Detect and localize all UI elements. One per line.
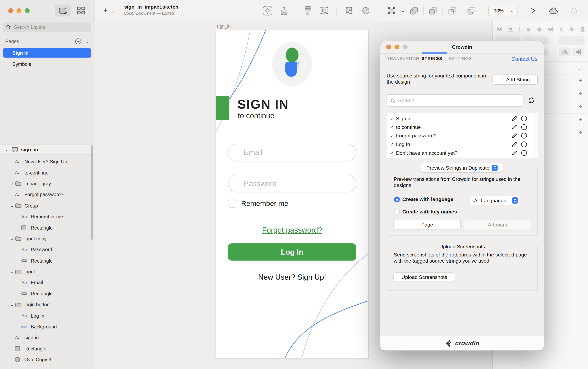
- preview-strings-in-duplicate-button[interactable]: Preview Strings in Duplicate: [421, 163, 503, 172]
- remember-me-row[interactable]: Remember me: [228, 199, 288, 208]
- string-info-button[interactable]: [521, 141, 527, 147]
- upload-screenshots-button[interactable]: Upload Screenshots: [394, 273, 455, 281]
- refresh-strings-button[interactable]: [528, 97, 535, 104]
- edit-string-button[interactable]: [511, 124, 517, 130]
- tab-strings[interactable]: STRINGS: [421, 56, 442, 61]
- all-languages-select[interactable]: All Languages: [470, 196, 519, 205]
- distribute-vertical-icon[interactable]: [507, 26, 513, 32]
- bell-icon[interactable]: [571, 7, 578, 14]
- play-icon[interactable]: [529, 7, 536, 14]
- insert-button[interactable]: + ⌄: [104, 4, 115, 17]
- tab-settings[interactable]: SETTINGS: [449, 56, 472, 61]
- zoom-level-select[interactable]: 90% ⌄: [488, 5, 517, 16]
- layer-row-background[interactable]: Background: [0, 321, 94, 332]
- zoom-window-button[interactable]: [25, 8, 30, 13]
- chevron-down-icon[interactable]: ⌄: [9, 203, 15, 208]
- edit-string-button[interactable]: [511, 132, 517, 139]
- align-center-h-icon[interactable]: [536, 26, 542, 32]
- edit-string-button[interactable]: [511, 141, 517, 147]
- layer-row-new-user-sign-up-[interactable]: AaNew User? Sign Up!: [0, 156, 94, 167]
- layer-row-rectangle[interactable]: Rectangle: [0, 343, 94, 354]
- add-string-button[interactable]: + Add String: [493, 75, 537, 84]
- email-field[interactable]: Email: [228, 144, 356, 161]
- string-row-to-continue[interactable]: ✓to continue: [387, 123, 538, 131]
- add-property-button[interactable]: +: [577, 103, 584, 111]
- layer-row-impact-gray[interactable]: ›impact_gray: [0, 178, 94, 189]
- brand-logo[interactable]: [272, 42, 312, 86]
- layer-row-login-button[interactable]: ⌄login button: [0, 299, 94, 310]
- chevron-icon[interactable]: ⌄: [401, 8, 405, 13]
- add-property-button[interactable]: +: [577, 77, 584, 85]
- edit-string-button[interactable]: [511, 115, 517, 122]
- sign-up-text[interactable]: New User? Sign Up!: [216, 273, 368, 281]
- create-with-language-option[interactable]: Create with language: [394, 197, 453, 202]
- align-right-icon[interactable]: [547, 26, 553, 32]
- layer-row-remember-me[interactable]: AaRemember me: [0, 211, 94, 222]
- align-middle-icon[interactable]: [569, 26, 575, 32]
- layer-row-rectangle[interactable]: Rectangle: [0, 255, 94, 266]
- artboard-button[interactable]: Artboard: [464, 220, 531, 229]
- add-property-button[interactable]: +: [577, 90, 584, 98]
- string-row-forgot-password-[interactable]: ✓Forgot password?: [387, 131, 538, 140]
- string-row-don-t-have-an-account-yet-[interactable]: ✓Don’t have an account yet?: [387, 149, 538, 157]
- artboard-label[interactable]: sign_in: [216, 24, 231, 29]
- layer-row-oval-copy-3[interactable]: Oval Copy 3: [0, 354, 94, 365]
- chevron-down-icon[interactable]: ⌄: [9, 236, 15, 241]
- artboard-sign-in[interactable]: SIGN IN to continue Email Password Remem…: [216, 30, 368, 358]
- layer-row-forgot-password-[interactable]: AaForgot password?: [0, 189, 94, 200]
- string-info-button[interactable]: [521, 132, 527, 139]
- minimize-window-button[interactable]: [17, 8, 21, 13]
- contact-us-link[interactable]: Contact Us: [511, 56, 537, 62]
- inspector-section-chevron[interactable]: ⌄: [578, 65, 582, 71]
- radio-selected-icon[interactable]: [394, 197, 400, 202]
- grid-view-toggle-button[interactable]: [75, 4, 87, 17]
- layer-row-rectangle[interactable]: Rectangle: [0, 288, 94, 299]
- page-button[interactable]: Page: [394, 220, 461, 229]
- union-icon[interactable]: [409, 6, 419, 16]
- close-window-button[interactable]: [8, 8, 13, 13]
- layer-row-sign-in[interactable]: Aasign-in: [0, 332, 94, 343]
- create-with-key-names-option[interactable]: Create with key names: [394, 209, 457, 215]
- forgot-password-link[interactable]: Forgot password?: [216, 226, 368, 234]
- chevron-down-icon[interactable]: ⌄: [9, 269, 15, 274]
- crowdin-titlebar[interactable]: Crowdin: [380, 41, 544, 53]
- edit-shape-icon[interactable]: [387, 6, 397, 16]
- log-in-button[interactable]: Log In: [228, 243, 356, 260]
- flip-horizontal-button[interactable]: [559, 48, 571, 56]
- tab-translation[interactable]: TRANSLATION: [387, 56, 419, 61]
- move-forward-icon[interactable]: [280, 6, 288, 15]
- heading-accent-rectangle[interactable]: [216, 96, 229, 120]
- layer-row-log-in[interactable]: AaLog In: [0, 310, 94, 321]
- intersect-icon[interactable]: [448, 6, 457, 16]
- subtract-icon[interactable]: [428, 6, 438, 16]
- layers-scrollbar[interactable]: [91, 145, 93, 240]
- difference-icon[interactable]: [467, 6, 476, 16]
- pages-collapse-chevron[interactable]: ⌄: [86, 39, 89, 44]
- string-info-button[interactable]: [521, 150, 527, 156]
- crowdin-search-input[interactable]: Search: [387, 94, 524, 107]
- add-property-button[interactable]: +: [577, 129, 584, 137]
- string-info-button[interactable]: [521, 115, 527, 122]
- align-bottom-icon[interactable]: [580, 26, 586, 32]
- layer-row-group[interactable]: ⌄Group: [0, 200, 94, 211]
- align-left-icon[interactable]: [525, 26, 531, 32]
- flatten-icon[interactable]: [361, 6, 371, 15]
- add-page-button[interactable]: [75, 38, 81, 44]
- string-row-sign-in[interactable]: ✓Sign in: [387, 114, 538, 123]
- layer-row-email[interactable]: AaEmail: [0, 277, 94, 288]
- edit-string-button[interactable]: [511, 150, 517, 156]
- sidebar-page-symbols[interactable]: Symbols: [3, 59, 91, 69]
- ungroup-icon[interactable]: [344, 6, 354, 15]
- layer-row-input[interactable]: ⌄input: [0, 266, 94, 277]
- move-backward-icon[interactable]: [304, 6, 312, 15]
- canvas-view-toggle-button[interactable]: [55, 4, 70, 17]
- chevron-right-icon[interactable]: ›: [9, 181, 15, 186]
- to-continue-text[interactable]: to continue: [238, 111, 274, 120]
- layer-row-password[interactable]: AaPassword: [0, 244, 94, 255]
- sidebar-page-sign-in[interactable]: Sign In: [3, 48, 91, 58]
- password-field[interactable]: Password: [228, 175, 356, 192]
- radio-unselected-icon[interactable]: [394, 209, 400, 215]
- sign-in-heading[interactable]: SIGN IN: [237, 97, 289, 112]
- layer-row-to-continue[interactable]: Aato-continue: [0, 167, 94, 178]
- cloud-icon[interactable]: [549, 7, 558, 14]
